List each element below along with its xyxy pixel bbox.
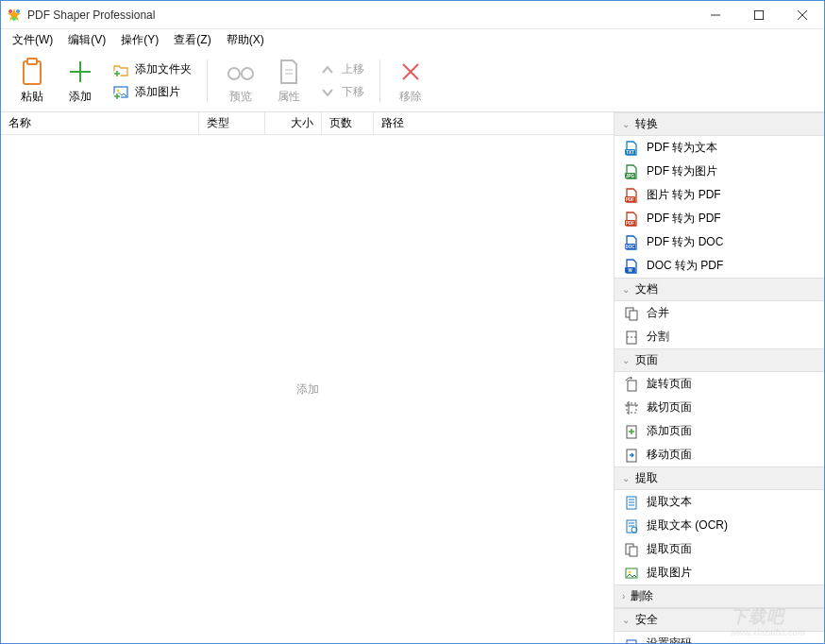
toolbar-separator (207, 59, 208, 103)
section-header[interactable]: ⌄提取 (615, 466, 824, 490)
section-item[interactable]: 提取图片 (615, 561, 824, 585)
section-item[interactable]: DOCPDF 转为 DOC (615, 230, 824, 254)
section-item-label: DOC 转为 PDF (647, 258, 723, 274)
section-item[interactable]: 分割 (615, 325, 824, 348)
section-item[interactable]: 合并 (615, 301, 824, 325)
add-button[interactable]: 添加 (56, 53, 105, 109)
svg-text:DOC: DOC (626, 244, 636, 248)
section-item[interactable]: PDF图片 转为 PDF (615, 183, 824, 207)
section-item-label: PDF 转为 DOC (647, 234, 723, 250)
pdf-icon: PDF (624, 212, 639, 227)
menu-view[interactable]: 查看(Z) (166, 30, 218, 50)
section-item-label: PDF 转为文本 (647, 140, 717, 156)
minimize-button[interactable] (694, 1, 737, 29)
doc-icon: DOC (624, 235, 639, 250)
glasses-icon (227, 57, 255, 87)
section-item[interactable]: 移动页面 (615, 443, 824, 466)
preview-label: 预览 (229, 89, 252, 105)
section-item[interactable]: TXTPDF 转为文本 (615, 136, 824, 160)
section-item-label: PDF 转为 PDF (647, 211, 721, 227)
add-folder-button[interactable]: 添加文件夹 (112, 61, 192, 78)
file-list: 名称 类型 大小 页数 路径 添加 (1, 112, 615, 643)
section-item[interactable]: 提取文本 (615, 490, 824, 514)
chevron-down-icon: ⌄ (622, 473, 630, 483)
chevron-down-icon: ⌄ (622, 119, 630, 129)
menu-help[interactable]: 帮助(X) (219, 30, 272, 50)
col-size[interactable]: 大小 (265, 112, 322, 134)
toolbar: 粘贴 添加 添加文件夹 添加图片 预览 属性 (1, 50, 824, 112)
section-header[interactable]: ⌄安全 (615, 608, 824, 632)
move-down-button: 下移 (319, 84, 364, 101)
section-item-label: 提取文本 (647, 494, 692, 510)
section-item[interactable]: 添加页面 (615, 419, 824, 443)
col-type[interactable]: 类型 (199, 112, 265, 134)
section-header[interactable]: ⌄文档 (615, 278, 824, 301)
section-header[interactable]: ›删除 (615, 585, 824, 608)
empty-text: 添加 (296, 381, 319, 398)
section-title: 删除 (631, 588, 653, 604)
merge-icon (624, 306, 639, 321)
col-pages[interactable]: 页数 (322, 112, 374, 134)
chevron-down-icon: ⌄ (622, 284, 630, 295)
section-title: 转换 (635, 116, 658, 132)
section-item[interactable]: 裁切页面 (615, 396, 824, 419)
menu-edit[interactable]: 编辑(V) (60, 30, 113, 50)
extract-page-icon (624, 542, 639, 557)
toolbar-separator (379, 59, 380, 103)
menubar: 文件(W) 编辑(V) 操作(Y) 查看(Z) 帮助(X) (1, 29, 824, 50)
col-name[interactable]: 名称 (1, 112, 199, 134)
section-item-label: 提取文本 (OCR) (647, 517, 728, 534)
svg-rect-59 (630, 547, 637, 556)
move-down-label: 下移 (342, 84, 364, 100)
section-item[interactable]: 提取页面 (615, 537, 824, 561)
paste-button[interactable]: 粘贴 (8, 53, 56, 109)
x-icon (399, 57, 422, 87)
section-item-label: 旋转页面 (647, 376, 692, 392)
window-title: PDF Shaper Professional (27, 8, 694, 22)
section-item[interactable]: WDOC 转为 PDF (615, 254, 824, 278)
svg-rect-62 (627, 640, 636, 644)
side-panel[interactable]: ⌄转换TXTPDF 转为文本JPGPDF 转为图片PDF图片 转为 PDFPDF… (615, 112, 824, 643)
extract-image-icon (624, 566, 639, 581)
plus-icon (67, 57, 93, 87)
section-header[interactable]: ⌄页面 (615, 348, 824, 372)
section-item[interactable]: 旋转页面 (615, 372, 824, 396)
section-item[interactable]: JPGPDF 转为图片 (615, 160, 824, 183)
addpage-icon (624, 424, 639, 439)
svg-point-63 (629, 643, 631, 644)
properties-button: 属性 (266, 53, 311, 109)
svg-point-19 (228, 68, 240, 79)
section-item-label: 移动页面 (647, 447, 692, 463)
section-item[interactable]: 设置密码 (615, 632, 824, 643)
close-button[interactable] (781, 1, 824, 29)
menu-file[interactable]: 文件(W) (5, 30, 60, 50)
image-plus-icon (112, 84, 129, 101)
menu-action[interactable]: 操作(Y) (113, 30, 166, 50)
col-path[interactable]: 路径 (374, 112, 614, 134)
section-item[interactable]: PDFPDF 转为 PDF (615, 207, 824, 230)
remove-button: 移除 (388, 53, 433, 109)
svg-rect-4 (755, 10, 764, 19)
doc2pdf-icon: W (624, 259, 639, 274)
add-image-button[interactable]: 添加图片 (112, 84, 192, 101)
document-icon (278, 57, 300, 87)
rotate-icon (624, 377, 639, 392)
svg-point-0 (8, 9, 12, 13)
empty-drop-area[interactable]: 添加 (1, 135, 614, 643)
chevron-up-icon (319, 61, 336, 78)
maximize-button[interactable] (737, 1, 781, 29)
svg-point-61 (629, 570, 631, 573)
add-folder-label: 添加文件夹 (135, 61, 192, 77)
section-item-label: 提取图片 (647, 565, 692, 581)
section-item[interactable]: 提取文本 (OCR) (615, 514, 824, 537)
section-item-label: 裁切页面 (647, 399, 692, 415)
section-header[interactable]: ⌄转换 (615, 112, 824, 136)
svg-point-20 (242, 68, 253, 79)
chevron-down-icon (319, 84, 336, 101)
section-title: 页面 (635, 352, 658, 368)
section-item-label: 图片 转为 PDF (647, 187, 721, 203)
titlebar: PDF Shaper Professional (1, 1, 824, 29)
svg-point-64 (632, 643, 634, 644)
column-headers: 名称 类型 大小 页数 路径 (1, 112, 614, 135)
paste-label: 粘贴 (21, 89, 43, 105)
